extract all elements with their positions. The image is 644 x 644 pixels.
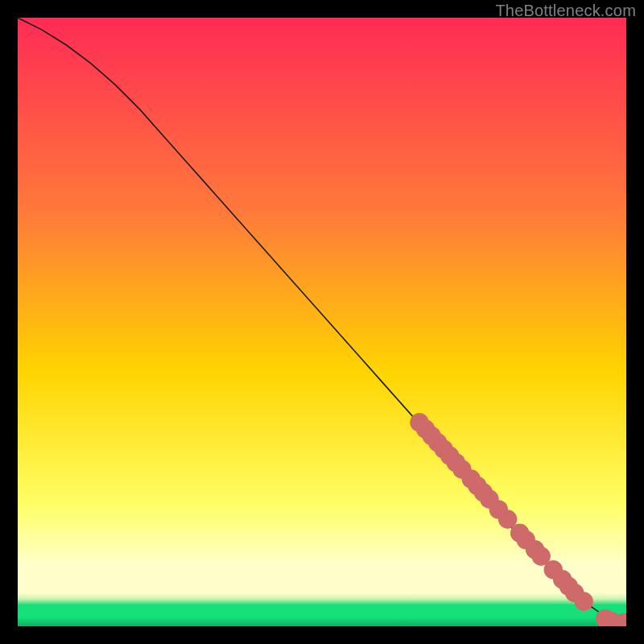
gradient-background bbox=[18, 18, 626, 626]
chart-frame: TheBottleneck.com bbox=[0, 0, 644, 644]
data-point bbox=[574, 592, 592, 610]
bottleneck-chart bbox=[18, 18, 626, 626]
